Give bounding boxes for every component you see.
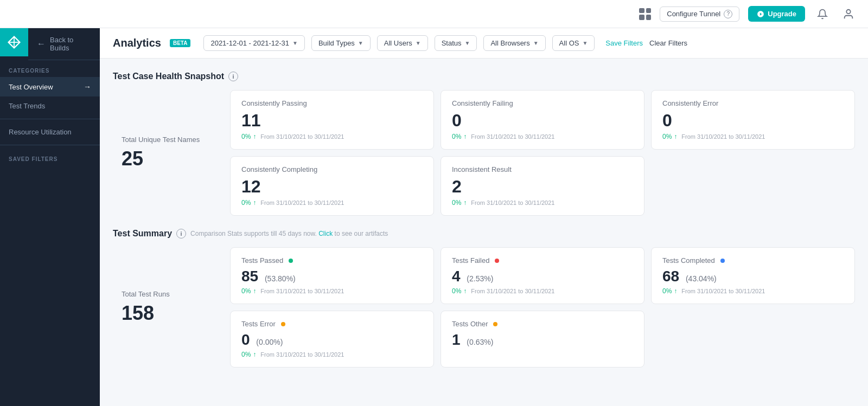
configure-tunnel-button[interactable]: Configure Tunnel ? — [660, 7, 739, 22]
total-unique-test-names-stat: Total Unique Test Names 25 — [113, 90, 221, 216]
artifacts-note: to see our artifacts — [335, 230, 388, 237]
tests-failed-percent: 0% ↑ From 31/10/2021 to 30/11/2021 — [452, 287, 633, 295]
cf-from: From 31/10/2021 to 30/11/2021 — [471, 133, 554, 140]
status-caret-icon: ▼ — [465, 40, 470, 46]
date-range-filter[interactable]: 2021-12-01 - 2021-12-31 ▼ — [203, 35, 304, 51]
status-value: Status — [442, 39, 462, 47]
saved-filters-label: SAVED FILTERS — [0, 149, 100, 165]
resource-utilization-label: Resource Utilization — [9, 128, 72, 136]
tests-passed-title: Tests Passed — [241, 256, 423, 265]
sidebar-item-resource-utilization[interactable]: Resource Utilization — [0, 123, 100, 141]
header-bar: Analytics BETA 2021-12-01 - 2021-12-31 ▼… — [100, 28, 868, 59]
inconsistent-result-percent: 0% ↑ From 31/10/2021 to 30/11/2021 — [452, 199, 633, 207]
user-avatar[interactable] — [840, 5, 857, 23]
app-logo[interactable] — [0, 28, 28, 56]
consistently-passing-percent: 0% ↑ From 31/10/2021 to 30/11/2021 — [241, 133, 423, 140]
tests-completed-title: Tests Completed — [662, 256, 844, 265]
test-summary-label: Test Summary — [113, 229, 172, 239]
back-arrow-icon: ← — [37, 39, 46, 49]
tp-pct: 0% — [241, 287, 251, 295]
total-unique-value: 25 — [122, 147, 213, 170]
tests-passed-dot — [289, 259, 293, 263]
status-filter[interactable]: Status ▼ — [435, 35, 477, 51]
te-pct: 0% — [241, 351, 251, 358]
empty-summary-placeholder — [651, 311, 855, 368]
ce-arrow-icon: ↑ — [674, 133, 677, 140]
tf-pct: 0% — [452, 287, 461, 295]
ir-pct: 0% — [452, 199, 461, 207]
help-icon: ? — [724, 10, 732, 18]
cf-pct: 0% — [452, 133, 461, 140]
configure-tunnel-label: Configure Tunnel — [667, 10, 720, 18]
tests-other-value: 1 (0.63%) — [452, 331, 633, 349]
comparison-text: Comparison Stats supports till 45 days n… — [190, 230, 317, 237]
all-os-filter[interactable]: All OS ▼ — [552, 35, 595, 51]
tests-error-pct: (0.00%) — [256, 338, 283, 346]
health-snapshot-label: Test Case Health Snapshot — [113, 72, 224, 81]
tests-error-title: Tests Error — [241, 320, 423, 328]
cp-arrow-icon: ↑ — [253, 133, 256, 140]
date-caret-icon: ▼ — [292, 40, 298, 46]
ce-from: From 31/10/2021 to 30/11/2021 — [681, 133, 765, 140]
grid-icon[interactable] — [639, 8, 651, 20]
total-test-runs-label: Total Test Runs — [122, 290, 213, 299]
health-snapshot-section: Total Unique Test Names 25 Consistently … — [113, 90, 855, 216]
total-test-runs-stat: Total Test Runs 158 — [113, 247, 221, 368]
consistently-passing-value: 11 — [241, 111, 423, 131]
tc-arrow: ↑ — [674, 287, 677, 295]
clear-filters-button[interactable]: Clear Filters — [649, 39, 687, 47]
date-range-value: 2021-12-01 - 2021-12-31 — [210, 39, 289, 47]
te-from: From 31/10/2021 to 30/11/2021 — [260, 351, 344, 358]
tc-pct: 0% — [662, 287, 672, 295]
tests-passed-percent: 0% ↑ From 31/10/2021 to 30/11/2021 — [241, 287, 423, 295]
main-content: Analytics BETA 2021-12-01 - 2021-12-31 ▼… — [100, 28, 868, 406]
tests-error-card: Tests Error 0 (0.00%) 0% ↑ From 31/10/20… — [230, 311, 434, 368]
tests-passed-value: 85 (53.80%) — [241, 268, 423, 285]
sidebar-item-test-overview[interactable]: Test Overview → — [0, 77, 100, 96]
tests-error-value: 0 (0.00%) — [241, 331, 423, 349]
build-types-value: Build Types — [318, 39, 355, 47]
notifications-icon[interactable] — [814, 5, 831, 23]
click-link[interactable]: Click — [318, 230, 333, 237]
tests-failed-pct: (2.53%) — [467, 274, 493, 283]
browsers-caret-icon: ▼ — [533, 40, 539, 46]
empty-card-placeholder — [651, 156, 855, 216]
content-area: Test Case Health Snapshot i Total Unique… — [100, 59, 868, 406]
test-summary-info-icon[interactable]: i — [176, 229, 186, 239]
test-summary-title: Test Summary i — [113, 229, 186, 239]
back-to-builds-button[interactable]: ← Back to Builds — [28, 28, 100, 60]
build-caret-icon: ▼ — [358, 40, 363, 46]
tf-from: From 31/10/2021 to 30/11/2021 — [471, 288, 554, 294]
categories-label: CATEGORIES — [0, 60, 100, 77]
consistently-passing-title: Consistently Passing — [241, 99, 423, 107]
total-unique-label: Total Unique Test Names — [122, 136, 213, 145]
cp-from: From 31/10/2021 to 30/11/2021 — [260, 133, 344, 140]
upgrade-button[interactable]: Upgrade — [748, 6, 805, 22]
tests-completed-dot — [720, 259, 725, 263]
consistently-error-value: 0 — [662, 111, 844, 131]
all-users-filter[interactable]: All Users ▼ — [377, 35, 428, 51]
test-overview-label: Test Overview — [9, 83, 53, 91]
save-filters-button[interactable]: Save Filters — [605, 39, 643, 47]
consistently-failing-card: Consistently Failing 0 0% ↑ From 31/10/2… — [441, 90, 644, 150]
os-caret-icon: ▼ — [582, 40, 588, 46]
logo-icon — [7, 35, 22, 50]
consistently-error-card: Consistently Error 0 0% ↑ From 31/10/202… — [651, 90, 855, 150]
build-types-filter[interactable]: Build Types ▼ — [311, 35, 371, 51]
ce-pct: 0% — [662, 133, 672, 140]
tests-other-title: Tests Other — [452, 320, 633, 328]
consistently-error-title: Consistently Error — [662, 99, 844, 107]
sidebar-item-test-trends[interactable]: Test Trends — [0, 96, 100, 115]
health-info-icon[interactable]: i — [228, 72, 238, 81]
tests-completed-pct: (43.04%) — [686, 274, 717, 283]
all-browsers-filter[interactable]: All Browsers ▼ — [483, 35, 545, 51]
tests-failed-card: Tests Failed 4 (2.53%) 0% ↑ From 31/10/2… — [441, 247, 644, 304]
test-trends-label: Test Trends — [9, 102, 45, 110]
sidebar: ← Back to Builds CATEGORIES Test Overvie… — [0, 28, 100, 406]
tests-other-dot — [493, 322, 497, 326]
tests-error-dot — [281, 322, 285, 326]
inconsistent-result-card: Inconsistent Result 2 0% ↑ From 31/10/20… — [441, 156, 644, 216]
sidebar-divider — [0, 119, 100, 119]
tests-failed-title: Tests Failed — [452, 256, 633, 265]
cp-pct: 0% — [241, 133, 251, 140]
